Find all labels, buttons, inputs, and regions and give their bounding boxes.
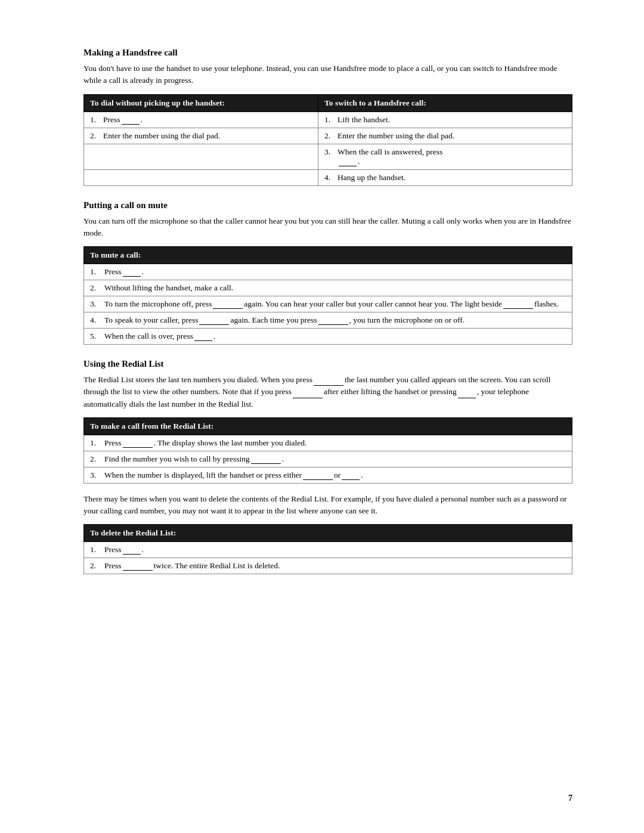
section-redial-body1: The Redial List stores the last ten numb… bbox=[83, 374, 572, 410]
section-redial: Using the Redial List The Redial List st… bbox=[83, 359, 572, 574]
redial-delete-step2: 2. Presstwice. The entire Redial List is… bbox=[84, 558, 572, 574]
step-content: Without lifting the handset, make a call… bbox=[104, 283, 566, 293]
redial-row-1: 1. Press. The display shows the last num… bbox=[84, 435, 572, 451]
mute-row-5: 5. When the call is over, press. bbox=[84, 329, 572, 345]
step-content: To speak to your caller, pressagain. Eac… bbox=[104, 315, 566, 325]
mute-step3: 3. To turn the microphone off, pressagai… bbox=[84, 296, 572, 312]
mute-step1: 1. Press. bbox=[84, 264, 572, 280]
mute-step4: 4. To speak to your caller, pressagain. … bbox=[84, 312, 572, 329]
step-content: Press. bbox=[104, 267, 566, 277]
step-content: Enter the number using the dial pad. bbox=[338, 131, 566, 141]
step-num: 2. bbox=[90, 561, 102, 571]
mute-step5: 5. When the call is over, press. bbox=[84, 329, 572, 345]
handsfree-table: To dial without picking up the handset: … bbox=[83, 94, 572, 186]
handsfree-col2-step2: 2. Enter the number using the dial pad. bbox=[318, 128, 572, 144]
page: Making a Handsfree call You don't have t… bbox=[0, 0, 644, 833]
mute-row-4: 4. To speak to your caller, pressagain. … bbox=[84, 312, 572, 329]
redial-delete-step1: 1. Press. bbox=[84, 542, 572, 558]
handsfree-col2-step1: 1. Lift the handset. bbox=[318, 112, 572, 128]
redial-row-2: 2. Find the number you wish to call by p… bbox=[84, 451, 572, 467]
handsfree-col2-step3: 3. When the call is answered, press. bbox=[318, 144, 572, 169]
step-num: 1. bbox=[90, 545, 102, 555]
step-content: Lift the handset. bbox=[338, 115, 566, 125]
section-redial-title: Using the Redial List bbox=[83, 359, 572, 369]
handsfree-col2-step4: 4. Hang up the handset. bbox=[318, 169, 572, 185]
step-num: 3. bbox=[90, 299, 102, 309]
redial-table: To make a call from the Redial List: 1. … bbox=[83, 417, 572, 484]
mute-row-1: 1. Press. bbox=[84, 264, 572, 280]
mute-table: To mute a call: 1. Press. 2. bbox=[83, 246, 572, 345]
step-content: Press. bbox=[103, 115, 312, 125]
step-num: 5. bbox=[90, 332, 102, 341]
handsfree-col1-header: To dial without picking up the handset: bbox=[84, 94, 318, 112]
redial-step2: 2. Find the number you wish to call by p… bbox=[84, 451, 572, 467]
redial-step3: 3. When the number is displayed, lift th… bbox=[84, 467, 572, 483]
step-num: 2. bbox=[90, 131, 101, 141]
section-handsfree: Making a Handsfree call You don't have t… bbox=[83, 48, 572, 186]
redial-delete-row-2: 2. Presstwice. The entire Redial List is… bbox=[84, 558, 572, 574]
step-content: Find the number you wish to call by pres… bbox=[104, 454, 566, 464]
redial-table-header: To make a call from the Redial List: bbox=[84, 417, 572, 435]
handsfree-col2-header: To switch to a Handsfree call: bbox=[318, 94, 572, 112]
section-redial-body2: There may be times when you want to dele… bbox=[83, 493, 572, 518]
page-number: 7 bbox=[568, 794, 572, 803]
mute-table-header: To mute a call: bbox=[84, 247, 572, 264]
section-mute-title: Putting a call on mute bbox=[83, 200, 572, 210]
step-num: 1. bbox=[90, 438, 102, 448]
handsfree-col1-step2: 2. Enter the number using the dial pad. bbox=[84, 128, 318, 144]
step-num: 1. bbox=[90, 115, 101, 125]
step-content: Enter the number using the dial pad. bbox=[103, 131, 312, 141]
step-content: Hang up the handset. bbox=[338, 173, 566, 182]
step-num: 2. bbox=[90, 454, 102, 464]
handsfree-row-1: 1. Press. 1. Lift the handset. bbox=[84, 112, 572, 128]
step-content: When the call is answered, press. bbox=[338, 147, 566, 166]
redial-delete-row-1: 1. Press. bbox=[84, 542, 572, 558]
section-handsfree-title: Making a Handsfree call bbox=[83, 48, 572, 58]
redial-row-3: 3. When the number is displayed, lift th… bbox=[84, 467, 572, 483]
handsfree-row-3: 3. When the call is answered, press. bbox=[84, 144, 572, 169]
step-num: 4. bbox=[90, 315, 102, 325]
step-content: When the number is displayed, lift the h… bbox=[104, 470, 566, 480]
handsfree-col1-step3 bbox=[84, 144, 318, 169]
step-num: 2. bbox=[90, 283, 102, 293]
step-num: 3. bbox=[90, 470, 102, 480]
mute-row-2: 2. Without lifting the handset, make a c… bbox=[84, 280, 572, 296]
step-num: 2. bbox=[324, 131, 335, 141]
redial-step1: 1. Press. The display shows the last num… bbox=[84, 435, 572, 451]
handsfree-row-2: 2. Enter the number using the dial pad. … bbox=[84, 128, 572, 144]
step-num: 1. bbox=[90, 267, 102, 277]
step-content: Press. bbox=[104, 545, 566, 555]
step-num: 3. bbox=[324, 147, 335, 166]
redial-delete-header: To delete the Redial List: bbox=[84, 525, 572, 542]
step-content: Presstwice. The entire Redial List is de… bbox=[104, 561, 566, 571]
section-mute-body: You can turn off the microphone so that … bbox=[83, 215, 572, 240]
mute-row-3: 3. To turn the microphone off, pressagai… bbox=[84, 296, 572, 312]
handsfree-col1-step4 bbox=[84, 169, 318, 185]
handsfree-col1-step1: 1. Press. bbox=[84, 112, 318, 128]
step-num: 1. bbox=[324, 115, 335, 125]
step-num: 4. bbox=[324, 173, 335, 182]
step-content: When the call is over, press. bbox=[104, 332, 566, 341]
section-handsfree-body: You don't have to use the handset to use… bbox=[83, 63, 572, 87]
section-mute: Putting a call on mute You can turn off … bbox=[83, 200, 572, 345]
handsfree-row-4: 4. Hang up the handset. bbox=[84, 169, 572, 185]
step-content: To turn the microphone off, pressagain. … bbox=[104, 299, 566, 309]
step-content: Press. The display shows the last number… bbox=[104, 438, 566, 448]
mute-step2: 2. Without lifting the handset, make a c… bbox=[84, 280, 572, 296]
redial-delete-table: To delete the Redial List: 1. Press. bbox=[83, 524, 572, 574]
